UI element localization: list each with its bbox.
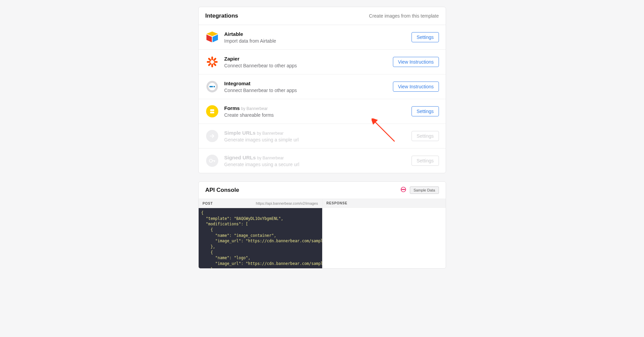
bannerbear-logo-icon — [400, 186, 406, 194]
svg-rect-15 — [210, 109, 214, 111]
svg-rect-14 — [214, 86, 215, 87]
integration-name: Signed URLs — [224, 155, 256, 160]
integration-info: Formsby Bannerbear Create shareable form… — [224, 105, 406, 118]
svg-rect-6 — [214, 61, 218, 63]
integration-row-integromat: Integromat Connect Bannerbear to other a… — [199, 74, 446, 99]
integration-info: Airtable Import data from Airtable — [224, 31, 406, 44]
integration-info: Zapier Connect Bannerbear to other apps — [224, 55, 387, 68]
post-label: POST — [203, 202, 213, 205]
integration-title: Zapier — [224, 55, 387, 62]
svg-point-20 — [401, 187, 406, 192]
endpoint-url: https://api.bannerbear.com/v2/images — [256, 201, 318, 205]
integration-title: Formsby Bannerbear — [224, 105, 406, 112]
integration-info: Signed URLsby Bannerbear Generate images… — [224, 154, 406, 167]
integration-by: by Bannerbear — [257, 156, 284, 160]
svg-rect-7 — [213, 58, 216, 61]
svg-rect-5 — [207, 61, 210, 63]
svg-rect-19 — [214, 160, 215, 162]
integration-title: Simple URLsby Bannerbear — [224, 130, 406, 136]
integration-title: Integromat — [224, 80, 387, 87]
integration-desc: Import data from Airtable — [224, 38, 406, 44]
svg-rect-13 — [209, 86, 213, 87]
integrations-subtitle: Create images from this template — [369, 13, 439, 19]
integration-by: by Bannerbear — [241, 106, 268, 111]
forms-icon — [205, 105, 219, 118]
request-body-code[interactable]: { "template": "BAQGWyDL1OxYbgmENL", "mod… — [199, 208, 322, 268]
integration-desc: Connect Bannerbear to other apps — [224, 88, 387, 93]
integrations-card: Integrations Create images from this tem… — [198, 7, 446, 173]
sample-data-button[interactable]: Sample Data — [410, 186, 439, 194]
response-label: RESPONSE — [327, 201, 348, 205]
integromat-icon — [205, 80, 219, 93]
integration-title: Airtable — [224, 31, 406, 38]
integration-desc: Generate images using a simple url — [224, 137, 406, 142]
integration-info: Simple URLsby Bannerbear Generate images… — [224, 130, 406, 142]
integromat-instructions-button[interactable]: View Instructions — [393, 82, 439, 92]
integration-by: by Bannerbear — [257, 131, 284, 136]
svg-rect-16 — [210, 112, 214, 113]
api-console-header: API Console Sample Data — [199, 182, 446, 199]
integration-row-signed-urls: Signed URLsby Bannerbear Generate images… — [199, 149, 446, 173]
simple-urls-settings-button[interactable]: Settings — [412, 131, 439, 141]
api-console-card: API Console Sample Data POST https://api… — [198, 181, 446, 269]
svg-rect-10 — [213, 63, 216, 66]
svg-rect-8 — [207, 63, 211, 66]
request-column-header: POST https://api.bannerbear.com/v2/image… — [199, 199, 322, 208]
svg-rect-4 — [211, 64, 213, 67]
integration-row-zapier: Zapier Connect Bannerbear to other apps … — [199, 50, 446, 74]
api-console-title: API Console — [205, 187, 239, 194]
signed-urls-settings-button[interactable]: Settings — [412, 156, 439, 166]
forms-settings-button[interactable]: Settings — [412, 106, 439, 116]
response-body — [323, 208, 446, 268]
integration-row-forms: Formsby Bannerbear Create shareable form… — [199, 99, 446, 124]
svg-rect-3 — [211, 57, 213, 60]
integration-title: Signed URLsby Bannerbear — [224, 154, 406, 161]
integration-desc: Create shareable forms — [224, 112, 406, 118]
response-column-header: RESPONSE — [323, 199, 446, 208]
airtable-settings-button[interactable]: Settings — [412, 32, 439, 42]
api-console-body: POST https://api.bannerbear.com/v2/image… — [199, 199, 446, 268]
integration-name: Simple URLs — [224, 130, 256, 136]
integration-desc: Connect Bannerbear to other apps — [224, 63, 387, 68]
integration-desc: Generate images using a secure url — [224, 162, 406, 167]
airtable-icon — [205, 30, 219, 44]
integrations-header: Integrations Create images from this tem… — [199, 7, 446, 25]
simple-urls-icon — [205, 129, 219, 143]
integration-info: Integromat Connect Bannerbear to other a… — [224, 80, 387, 93]
svg-rect-9 — [207, 58, 211, 61]
integration-row-airtable: Airtable Import data from Airtable Setti… — [199, 25, 446, 50]
svg-point-17 — [209, 159, 212, 162]
integrations-title: Integrations — [205, 13, 238, 19]
request-column: POST https://api.bannerbear.com/v2/image… — [199, 199, 322, 268]
zapier-instructions-button[interactable]: View Instructions — [393, 57, 439, 67]
integration-name: Forms — [224, 105, 240, 111]
zapier-icon — [205, 55, 219, 69]
signed-urls-icon — [205, 154, 219, 167]
response-column: RESPONSE — [322, 199, 446, 268]
integration-row-simple-urls: Simple URLsby Bannerbear Generate images… — [199, 124, 446, 149]
